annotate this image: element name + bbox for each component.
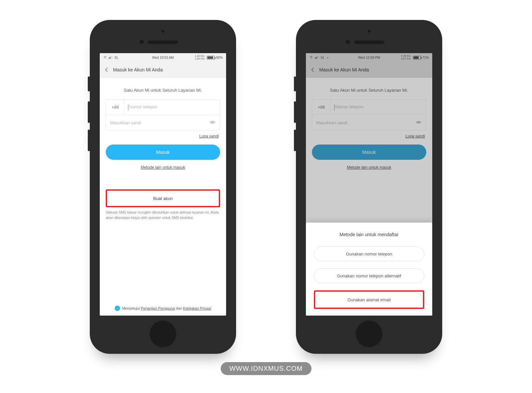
highlight-use-email: Gunakan alamat email <box>314 290 424 309</box>
signin-button[interactable]: Masuk <box>106 145 220 160</box>
option-use-email[interactable]: Gunakan alamat email <box>316 292 422 307</box>
password-input[interactable]: Masukkan sandi <box>106 120 205 125</box>
back-icon[interactable] <box>104 67 110 73</box>
svg-point-0 <box>105 58 105 58</box>
svg-rect-4 <box>112 55 112 59</box>
status-time: Wed 10:52 AM <box>152 56 174 59</box>
forgot-password-link[interactable]: Lupa sandi <box>107 134 219 139</box>
header-title: Masuk ke Akun Mi Anda <box>113 67 163 72</box>
battery-icon <box>207 56 215 59</box>
highlight-create-account: Buat akun <box>106 189 220 207</box>
login-form: +86 Nomor telepon Masukkan sandi <box>106 99 220 131</box>
phone-input[interactable]: Nomor telepon <box>125 104 220 110</box>
signup-method-sheet: Metode lain untuk mendaftar Gunakan nomo… <box>306 223 432 316</box>
watermark: WWW.IDNXMUS.COM <box>221 362 312 375</box>
privacy-policy-link[interactable]: Kebijakan Privasi <box>183 306 211 310</box>
svg-rect-1 <box>109 57 109 59</box>
home-button[interactable] <box>356 321 382 347</box>
screen-right: XL Wed 12:09 PM 7,28 K/s 3,57 K/s 71% <box>306 53 432 316</box>
alt-login-link[interactable]: Metode lain untuk masuk <box>141 165 185 170</box>
sms-disclaimer: Sebuah SMS keluar mungkin dibutuhkan unt… <box>106 210 220 221</box>
svg-rect-3 <box>111 56 111 59</box>
consent-row: Menyetujui Perjanjian Pengguna dan Kebij… <box>100 306 226 311</box>
net-speed: 1,42 K/s 1,24 K/s <box>195 55 204 60</box>
status-bar: XL Wed 10:52 AM 1,42 K/s 1,24 K/s 80% <box>100 53 226 62</box>
option-use-alt-phone[interactable]: Gunakan nomor telepon alternatif <box>314 268 424 283</box>
home-button[interactable] <box>150 321 176 347</box>
signal-icon <box>109 55 113 59</box>
carrier-label: XL <box>114 56 118 59</box>
screen-left: XL Wed 10:52 AM 1,42 K/s 1,24 K/s 80% M <box>100 53 226 316</box>
battery-pct: 80% <box>216 56 223 59</box>
eye-icon[interactable] <box>205 119 220 126</box>
country-code[interactable]: +86 <box>106 100 125 115</box>
check-icon[interactable] <box>115 306 120 311</box>
phone-mockup-left: XL Wed 10:52 AM 1,42 K/s 1,24 K/s 80% M <box>90 20 236 354</box>
sheet-title: Metode lain untuk mendaftar <box>314 232 424 237</box>
option-use-phone[interactable]: Gunakan nomor telepon <box>314 246 424 261</box>
app-header: Masuk ke Akun Mi Anda <box>100 62 226 78</box>
tagline: Satu Akun Mi untuk Seluruh Layanan Mi. <box>106 88 220 93</box>
create-account-button[interactable]: Buat akun <box>108 191 218 205</box>
user-agreement-link[interactable]: Perjanjian Pengguna <box>141 306 175 310</box>
svg-point-5 <box>212 121 213 123</box>
phone-mockup-right: XL Wed 12:09 PM 7,28 K/s 3,57 K/s 71% <box>296 20 442 354</box>
wifi-icon <box>103 56 107 59</box>
svg-rect-2 <box>110 57 110 59</box>
